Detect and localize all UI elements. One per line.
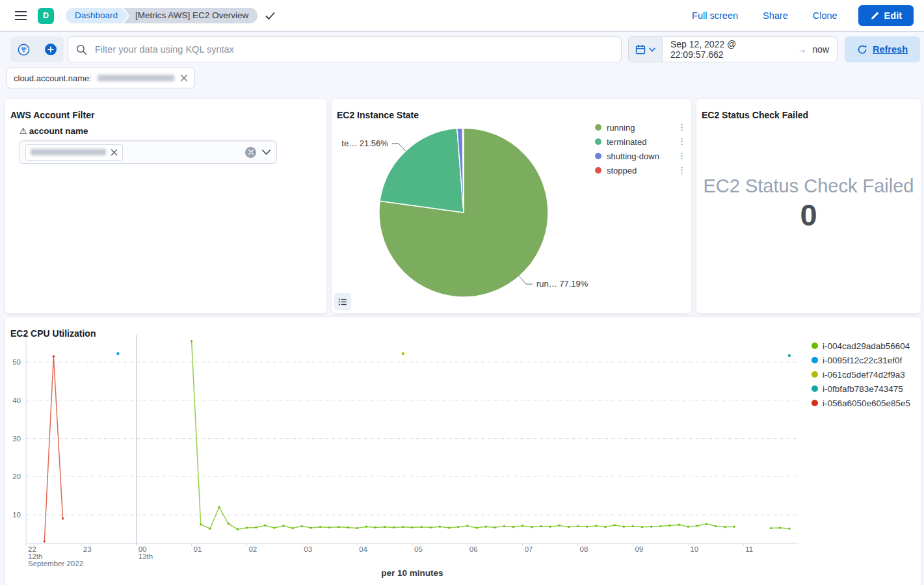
x-axis-tick-label: 01 xyxy=(194,545,202,553)
add-filter-button[interactable] xyxy=(37,36,64,62)
share-button[interactable]: Share xyxy=(759,10,792,21)
series-point-i-004cad29adab56604 xyxy=(328,526,330,528)
plus-circle-icon xyxy=(44,43,57,56)
token-remove-icon[interactable] xyxy=(111,149,118,156)
time-range-picker: Sep 12, 2022 @ 22:09:57.662 → now xyxy=(628,36,838,62)
cpu-legend-item-i-004cad29adab56604[interactable]: i-004cad29adab56604 xyxy=(812,339,919,353)
chevron-down-icon xyxy=(649,47,655,52)
refresh-button[interactable]: Refresh xyxy=(845,36,920,62)
pie-legend-item-running[interactable]: running⋮ xyxy=(595,120,687,135)
legend-actions-icon[interactable]: ⋮ xyxy=(676,124,687,131)
legend-actions-icon[interactable]: ⋮ xyxy=(676,138,687,145)
series-point-i-004cad29adab56604 xyxy=(788,528,790,530)
time-start-value[interactable]: Sep 12, 2022 @ 22:09:57.662 xyxy=(670,39,791,60)
panel-title-ec2-instance-state[interactable]: EC2 Instance State xyxy=(337,110,419,120)
cpu-utilization-line-chart: 10203040502212thSeptember 2022230013th01… xyxy=(5,317,921,585)
x-axis-title: per 10 minutes xyxy=(381,568,443,578)
top-actions: Full screen Share Clone Edit xyxy=(688,5,924,26)
cpu-legend-item-i-061cd5def74d2f9a3[interactable]: i-061cd5def74d2f9a3 xyxy=(812,367,919,382)
pie-legend-item-shutting-down[interactable]: shutting-down⋮ xyxy=(595,149,687,163)
pie-legend-item-terminated[interactable]: terminated⋮ xyxy=(595,135,687,149)
filter-pill-remove-icon[interactable] xyxy=(180,74,188,82)
arrow-right-icon: → xyxy=(797,44,806,55)
legend-toggle-button[interactable] xyxy=(334,293,351,310)
x-axis-tick-label: 07 xyxy=(525,545,533,553)
pie-legend: running⋮terminated⋮shutting-down⋮stopped… xyxy=(595,120,687,177)
breadcrumb-dashboard[interactable]: Dashboard xyxy=(66,8,128,23)
account-name-combobox[interactable] xyxy=(19,140,277,164)
cpu-legend-item-i-0fbfafb783e743475[interactable]: i-0fbfafb783e743475 xyxy=(812,382,919,396)
legend-actions-icon[interactable]: ⋮ xyxy=(676,153,687,159)
series-point-i-004cad29adab56604 xyxy=(531,526,533,528)
legend-color-dot xyxy=(595,124,601,131)
series-point-i-004cad29adab56604 xyxy=(678,524,680,526)
search-icon xyxy=(76,44,87,55)
x-axis-date-label: 13th xyxy=(139,552,153,560)
series-point-i-004cad29adab56604 xyxy=(337,526,339,528)
series-line-i-056a6050e605e85e5[interactable] xyxy=(44,356,62,541)
time-range-display[interactable]: Sep 12, 2022 @ 22:09:57.662 → now xyxy=(663,37,837,62)
series-point-i-004cad29adab56604 xyxy=(255,526,257,528)
y-axis-tick-label: 50 xyxy=(12,358,21,366)
x-axis-tick-label: 04 xyxy=(359,545,367,553)
cpu-legend-item-i-0095f12c22c31ef0f[interactable]: i-0095f12c22c31ef0f xyxy=(812,353,919,367)
list-icon xyxy=(338,297,347,307)
pie-slice-terminated[interactable] xyxy=(380,128,464,213)
pie-legend-item-stopped[interactable]: stopped⋮ xyxy=(595,163,687,177)
token-redacted-value xyxy=(31,149,106,155)
legend-actions-icon[interactable]: ⋮ xyxy=(676,167,687,174)
series-point-i-004cad29adab56604 xyxy=(475,526,477,528)
series-point-i-004cad29adab56604 xyxy=(209,528,211,530)
edit-button[interactable]: Edit xyxy=(858,5,914,26)
series-point-i-004cad29adab56604 xyxy=(641,526,643,528)
series-point-i-004cad29adab56604 xyxy=(715,525,717,527)
series-point-i-004cad29adab56604 xyxy=(365,526,367,528)
full-screen-button[interactable]: Full screen xyxy=(688,10,742,21)
panel-title-aws-account-filter[interactable]: AWS Account Filter xyxy=(10,110,94,120)
series-point-i-004cad29adab56604 xyxy=(623,526,625,528)
series-point-i-004cad29adab56604 xyxy=(568,526,570,528)
cpu-legend-item-i-056a6050e605e85e5[interactable]: i-056a6050e605e85e5 xyxy=(812,396,919,410)
edit-button-label: Edit xyxy=(884,10,902,21)
space-avatar-badge[interactable]: D xyxy=(38,8,54,24)
series-point-i-004cad29adab56604 xyxy=(448,526,450,528)
calendar-menu-button[interactable] xyxy=(629,37,663,62)
filter-pill-cloud-account-name[interactable]: cloud.account.name: xyxy=(7,68,195,88)
panel-ec2-status-check-failed: EC2 Status Check Failed EC2 Status Check… xyxy=(696,99,921,313)
series-point-i-004cad29adab56604 xyxy=(632,525,634,527)
x-axis-tick-label: 23 xyxy=(83,545,92,553)
series-point-i-004cad29adab56604 xyxy=(402,526,404,528)
clone-button[interactable]: Clone xyxy=(809,10,841,21)
panel-title-ec2-cpu-utilization[interactable]: EC2 CPU Utilization xyxy=(10,328,96,339)
saved-query-filter-icon[interactable] xyxy=(10,36,37,62)
calendar-icon xyxy=(635,44,646,55)
kql-search-input[interactable] xyxy=(94,44,613,55)
series-point-i-004cad29adab56604 xyxy=(484,526,486,528)
panel-title-ec2-status-check-failed[interactable]: EC2 Status Check Failed xyxy=(702,110,808,120)
menu-hamburger-icon[interactable] xyxy=(10,5,31,26)
series-point-i-004cad29adab56604 xyxy=(218,506,220,508)
series-point-i-004cad29adab56604 xyxy=(191,340,192,342)
refresh-icon xyxy=(857,44,867,55)
breadcrumb-current-dashboard[interactable]: [Metrics AWS] EC2 Overview xyxy=(124,8,257,23)
y-axis-tick-label: 10 xyxy=(12,511,21,519)
series-point-i-061cd5def74d2f9a3 xyxy=(402,352,405,356)
breadcrumb: Dashboard [Metrics AWS] EC2 Overview xyxy=(66,8,275,23)
series-point-i-004cad29adab56604 xyxy=(696,525,698,526)
time-end-value[interactable]: now xyxy=(812,44,829,55)
x-axis-tick-label: 05 xyxy=(414,545,423,553)
legend-label: shutting-down xyxy=(607,151,659,161)
series-point-i-004cad29adab56604 xyxy=(494,526,496,528)
legend-label: terminated xyxy=(607,137,646,147)
series-line-i-004cad29adab56604[interactable] xyxy=(192,341,734,530)
series-point-i-004cad29adab56604 xyxy=(439,526,441,528)
cpu-chart-legend: i-004cad29adab56604i-0095f12c22c31ef0fi-… xyxy=(812,339,919,410)
combobox-clear-icon[interactable] xyxy=(245,147,256,158)
combobox-chevron-down-icon[interactable] xyxy=(262,150,271,155)
series-point-i-004cad29adab56604 xyxy=(356,527,358,529)
series-point-i-004cad29adab56604 xyxy=(706,523,707,525)
series-point-i-004cad29adab56604 xyxy=(466,525,468,526)
series-point-i-004cad29adab56604 xyxy=(770,527,772,529)
combobox-controls xyxy=(245,147,271,158)
selected-account-token[interactable] xyxy=(25,144,123,161)
